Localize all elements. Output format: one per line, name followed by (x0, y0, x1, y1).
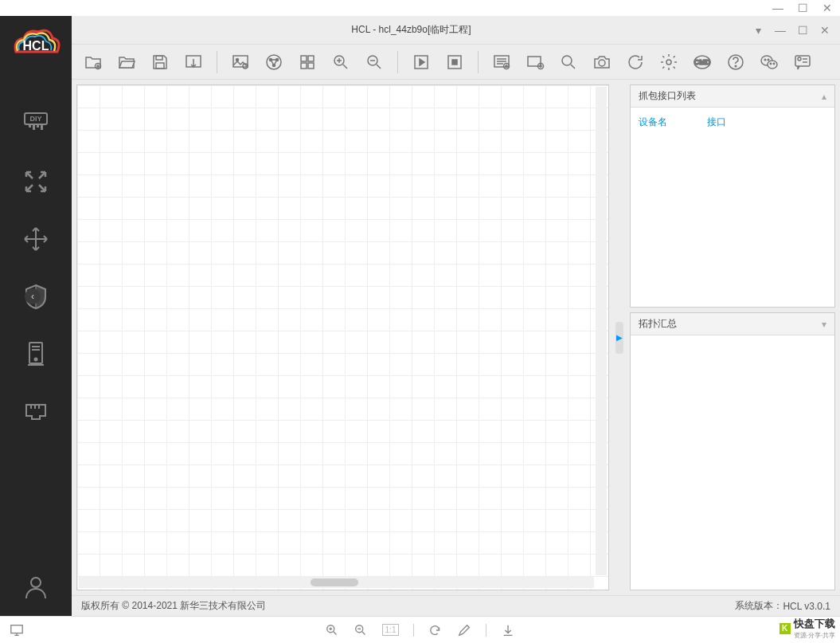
svg-point-48 (768, 61, 777, 69)
grid-view-button[interactable] (294, 49, 321, 76)
sidebar-diy-button[interactable]: DIY (17, 105, 55, 143)
outer-close-button[interactable]: ✕ (822, 2, 832, 14)
capture-panel: 抓包接口列表 ▴ 设备名 接口 (630, 84, 835, 308)
svg-point-10 (35, 359, 37, 361)
svg-point-23 (267, 55, 281, 69)
new-project-button[interactable] (80, 49, 107, 76)
toolbar-separator (397, 51, 398, 73)
splitter-handle-icon[interactable]: ▶ (615, 322, 623, 354)
camera-button[interactable] (588, 49, 615, 76)
svg-point-49 (764, 59, 766, 61)
sidebar-move-button[interactable] (17, 220, 55, 258)
svg-point-42 (666, 60, 671, 65)
save-button[interactable] (147, 49, 174, 76)
watermark-brand: 快盘下载 (794, 617, 835, 631)
watermark-logo-icon: K (779, 623, 791, 634)
svg-rect-5 (37, 124, 39, 127)
copyright-text: 版权所有 © 2014-2021 新华三技术有限公司 (81, 599, 266, 613)
canvas-area[interactable] (76, 84, 609, 590)
toolbar-separator (217, 51, 217, 73)
bottom-toolbar: 1:1 K 快盘下载 资源·分享·共享 (0, 616, 840, 643)
outer-maximize-button[interactable]: ☐ (798, 2, 808, 14)
sidebar-shield-button[interactable]: ‹ (17, 277, 55, 316)
open-button[interactable] (113, 49, 140, 76)
settings-button[interactable] (655, 49, 682, 76)
title-dropdown-button[interactable]: ▾ (749, 24, 767, 37)
bottom-zoom-out-icon[interactable] (354, 623, 368, 637)
feedback-button[interactable] (789, 49, 816, 76)
sidebar-collapse-icon[interactable]: ‹ (25, 288, 41, 304)
svg-text:HCL: HCL (23, 39, 49, 53)
main-toolbar: CMD (72, 45, 840, 80)
svg-rect-53 (795, 56, 810, 66)
svg-point-46 (735, 65, 736, 67)
status-bar: 版权所有 © 2014-2021 新华三技术有限公司 系统版本： HCL v3.… (72, 595, 840, 616)
search-button[interactable] (555, 49, 582, 76)
topology-panel-menu-icon[interactable]: ▾ (822, 319, 826, 330)
svg-point-50 (768, 59, 769, 61)
svg-rect-3 (29, 124, 31, 127)
network-view-button[interactable] (260, 49, 287, 76)
svg-rect-55 (11, 625, 22, 633)
svg-rect-28 (308, 56, 314, 61)
svg-text:DIY: DIY (29, 115, 41, 123)
bottom-download-icon[interactable] (501, 623, 515, 637)
refresh-button[interactable] (622, 49, 649, 76)
capture-col-interface[interactable]: 接口 (707, 116, 726, 129)
svg-point-52 (773, 63, 774, 64)
sidebar-user-button[interactable] (17, 568, 55, 606)
svg-point-51 (770, 63, 771, 64)
topology-panel-title: 拓扑汇总 (639, 317, 677, 331)
version-label: 系统版本： (735, 599, 783, 613)
right-panel: 抓包接口列表 ▴ 设备名 接口 拓扑汇总 ▾ (630, 84, 835, 590)
outer-titlebar: — ☐ ✕ (0, 0, 840, 16)
list-add-button[interactable] (488, 49, 515, 76)
vertical-scrollbar[interactable] (596, 87, 607, 575)
svg-text:CMD: CMD (694, 58, 711, 66)
play-button[interactable] (408, 49, 435, 76)
outer-minimize-button[interactable]: — (772, 2, 783, 14)
svg-point-40 (562, 56, 572, 65)
sidebar-server-button[interactable] (17, 335, 55, 373)
device-add-button[interactable] (522, 49, 549, 76)
bottom-edit-icon[interactable] (457, 623, 471, 637)
title-close-button[interactable]: ✕ (816, 24, 834, 37)
svg-point-54 (798, 57, 801, 61)
title-minimize-button[interactable]: — (772, 24, 789, 37)
version-text: HCL v3.0.1 (783, 601, 830, 612)
horizontal-scrollbar[interactable] (79, 577, 594, 588)
watermark-sub: 资源·分享·共享 (794, 631, 835, 640)
svg-rect-6 (41, 124, 43, 130)
left-sidebar: HCL DIY ‹ (0, 16, 72, 616)
capture-panel-menu-icon[interactable]: ▴ (822, 91, 826, 102)
cmd-button[interactable]: CMD (689, 49, 716, 76)
sidebar-expand-button[interactable] (17, 163, 55, 201)
watermark: K 快盘下载 资源·分享·共享 (779, 617, 835, 640)
svg-rect-30 (308, 63, 314, 69)
scroll-thumb[interactable] (311, 578, 358, 586)
window-title: HCL - hcl_44zb9o[临时工程] (78, 23, 744, 37)
zoom-out-button[interactable] (361, 49, 388, 76)
svg-point-15 (31, 578, 41, 587)
capture-col-device[interactable]: 设备名 (639, 116, 667, 129)
bottom-zoom-in-icon[interactable] (325, 623, 339, 637)
svg-rect-4 (33, 124, 35, 130)
stop-button[interactable] (441, 49, 468, 76)
wechat-button[interactable] (756, 49, 783, 76)
bottom-ratio-button[interactable]: 1:1 (382, 624, 400, 636)
title-maximize-button[interactable]: ☐ (794, 24, 811, 37)
sidebar-port-button[interactable] (17, 392, 55, 430)
image-view-button[interactable] (227, 49, 254, 76)
svg-rect-29 (301, 63, 307, 69)
topology-panel: 拓扑汇总 ▾ (630, 312, 835, 590)
help-button[interactable] (722, 49, 749, 76)
export-button[interactable] (180, 49, 207, 76)
bottom-display-icon[interactable] (10, 623, 24, 637)
svg-rect-27 (301, 56, 307, 61)
bottom-redo-icon[interactable] (428, 623, 443, 637)
svg-point-41 (599, 60, 605, 66)
svg-rect-35 (452, 60, 457, 65)
zoom-in-button[interactable] (327, 49, 354, 76)
panel-splitter[interactable]: ▶ (614, 84, 625, 590)
app-logo: HCL (8, 24, 64, 64)
